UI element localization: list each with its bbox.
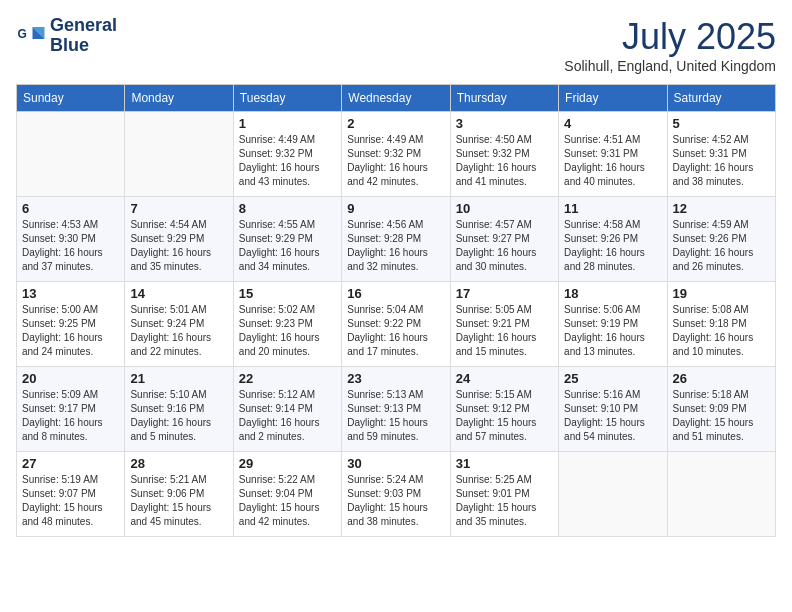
calendar-cell: 3Sunrise: 4:50 AM Sunset: 9:32 PM Daylig… — [450, 112, 558, 197]
day-number: 5 — [673, 116, 770, 131]
day-number: 12 — [673, 201, 770, 216]
day-number: 8 — [239, 201, 336, 216]
logo-text: General Blue — [50, 16, 117, 56]
calendar-cell — [17, 112, 125, 197]
day-info: Sunrise: 4:52 AM Sunset: 9:31 PM Dayligh… — [673, 133, 770, 189]
day-info: Sunrise: 4:58 AM Sunset: 9:26 PM Dayligh… — [564, 218, 661, 274]
day-info: Sunrise: 5:09 AM Sunset: 9:17 PM Dayligh… — [22, 388, 119, 444]
day-number: 15 — [239, 286, 336, 301]
day-info: Sunrise: 4:49 AM Sunset: 9:32 PM Dayligh… — [239, 133, 336, 189]
calendar-cell: 4Sunrise: 4:51 AM Sunset: 9:31 PM Daylig… — [559, 112, 667, 197]
page-header: G General Blue July 2025 Solihull, Engla… — [16, 16, 776, 74]
calendar-cell: 27Sunrise: 5:19 AM Sunset: 9:07 PM Dayli… — [17, 452, 125, 537]
calendar-cell: 22Sunrise: 5:12 AM Sunset: 9:14 PM Dayli… — [233, 367, 341, 452]
day-info: Sunrise: 4:54 AM Sunset: 9:29 PM Dayligh… — [130, 218, 227, 274]
day-info: Sunrise: 5:19 AM Sunset: 9:07 PM Dayligh… — [22, 473, 119, 529]
day-of-week-header: Tuesday — [233, 85, 341, 112]
title-block: July 2025 Solihull, England, United King… — [564, 16, 776, 74]
day-number: 19 — [673, 286, 770, 301]
day-info: Sunrise: 4:55 AM Sunset: 9:29 PM Dayligh… — [239, 218, 336, 274]
day-number: 7 — [130, 201, 227, 216]
day-info: Sunrise: 4:59 AM Sunset: 9:26 PM Dayligh… — [673, 218, 770, 274]
calendar-cell: 31Sunrise: 5:25 AM Sunset: 9:01 PM Dayli… — [450, 452, 558, 537]
day-info: Sunrise: 4:57 AM Sunset: 9:27 PM Dayligh… — [456, 218, 553, 274]
day-number: 3 — [456, 116, 553, 131]
calendar-cell: 25Sunrise: 5:16 AM Sunset: 9:10 PM Dayli… — [559, 367, 667, 452]
calendar-header-row: SundayMondayTuesdayWednesdayThursdayFrid… — [17, 85, 776, 112]
day-number: 2 — [347, 116, 444, 131]
day-number: 4 — [564, 116, 661, 131]
calendar-cell: 10Sunrise: 4:57 AM Sunset: 9:27 PM Dayli… — [450, 197, 558, 282]
calendar-cell: 12Sunrise: 4:59 AM Sunset: 9:26 PM Dayli… — [667, 197, 775, 282]
day-info: Sunrise: 4:53 AM Sunset: 9:30 PM Dayligh… — [22, 218, 119, 274]
calendar-cell: 2Sunrise: 4:49 AM Sunset: 9:32 PM Daylig… — [342, 112, 450, 197]
day-number: 26 — [673, 371, 770, 386]
calendar-week-row: 6Sunrise: 4:53 AM Sunset: 9:30 PM Daylig… — [17, 197, 776, 282]
calendar-cell: 5Sunrise: 4:52 AM Sunset: 9:31 PM Daylig… — [667, 112, 775, 197]
day-info: Sunrise: 4:50 AM Sunset: 9:32 PM Dayligh… — [456, 133, 553, 189]
day-number: 13 — [22, 286, 119, 301]
calendar-cell: 14Sunrise: 5:01 AM Sunset: 9:24 PM Dayli… — [125, 282, 233, 367]
day-info: Sunrise: 5:15 AM Sunset: 9:12 PM Dayligh… — [456, 388, 553, 444]
day-number: 29 — [239, 456, 336, 471]
calendar-cell: 6Sunrise: 4:53 AM Sunset: 9:30 PM Daylig… — [17, 197, 125, 282]
day-info: Sunrise: 5:25 AM Sunset: 9:01 PM Dayligh… — [456, 473, 553, 529]
day-info: Sunrise: 5:18 AM Sunset: 9:09 PM Dayligh… — [673, 388, 770, 444]
svg-text:G: G — [18, 26, 27, 40]
day-info: Sunrise: 5:13 AM Sunset: 9:13 PM Dayligh… — [347, 388, 444, 444]
calendar-cell: 28Sunrise: 5:21 AM Sunset: 9:06 PM Dayli… — [125, 452, 233, 537]
day-number: 17 — [456, 286, 553, 301]
calendar-cell: 19Sunrise: 5:08 AM Sunset: 9:18 PM Dayli… — [667, 282, 775, 367]
day-info: Sunrise: 5:05 AM Sunset: 9:21 PM Dayligh… — [456, 303, 553, 359]
day-number: 28 — [130, 456, 227, 471]
day-info: Sunrise: 4:56 AM Sunset: 9:28 PM Dayligh… — [347, 218, 444, 274]
day-of-week-header: Friday — [559, 85, 667, 112]
calendar-week-row: 27Sunrise: 5:19 AM Sunset: 9:07 PM Dayli… — [17, 452, 776, 537]
day-number: 22 — [239, 371, 336, 386]
calendar-cell — [125, 112, 233, 197]
day-number: 18 — [564, 286, 661, 301]
calendar-week-row: 13Sunrise: 5:00 AM Sunset: 9:25 PM Dayli… — [17, 282, 776, 367]
calendar-cell: 1Sunrise: 4:49 AM Sunset: 9:32 PM Daylig… — [233, 112, 341, 197]
calendar-cell — [667, 452, 775, 537]
day-info: Sunrise: 5:08 AM Sunset: 9:18 PM Dayligh… — [673, 303, 770, 359]
calendar-cell: 21Sunrise: 5:10 AM Sunset: 9:16 PM Dayli… — [125, 367, 233, 452]
day-of-week-header: Wednesday — [342, 85, 450, 112]
day-number: 23 — [347, 371, 444, 386]
calendar-cell: 11Sunrise: 4:58 AM Sunset: 9:26 PM Dayli… — [559, 197, 667, 282]
day-of-week-header: Sunday — [17, 85, 125, 112]
logo-icon: G — [16, 21, 46, 51]
calendar-cell: 24Sunrise: 5:15 AM Sunset: 9:12 PM Dayli… — [450, 367, 558, 452]
calendar-cell: 20Sunrise: 5:09 AM Sunset: 9:17 PM Dayli… — [17, 367, 125, 452]
day-number: 24 — [456, 371, 553, 386]
day-number: 14 — [130, 286, 227, 301]
calendar-cell: 29Sunrise: 5:22 AM Sunset: 9:04 PM Dayli… — [233, 452, 341, 537]
calendar-cell: 18Sunrise: 5:06 AM Sunset: 9:19 PM Dayli… — [559, 282, 667, 367]
calendar-cell: 26Sunrise: 5:18 AM Sunset: 9:09 PM Dayli… — [667, 367, 775, 452]
day-info: Sunrise: 5:12 AM Sunset: 9:14 PM Dayligh… — [239, 388, 336, 444]
day-info: Sunrise: 5:16 AM Sunset: 9:10 PM Dayligh… — [564, 388, 661, 444]
calendar-table: SundayMondayTuesdayWednesdayThursdayFrid… — [16, 84, 776, 537]
month-title: July 2025 — [564, 16, 776, 58]
day-of-week-header: Saturday — [667, 85, 775, 112]
day-info: Sunrise: 5:02 AM Sunset: 9:23 PM Dayligh… — [239, 303, 336, 359]
day-number: 30 — [347, 456, 444, 471]
day-number: 1 — [239, 116, 336, 131]
day-number: 21 — [130, 371, 227, 386]
day-number: 27 — [22, 456, 119, 471]
calendar-cell: 16Sunrise: 5:04 AM Sunset: 9:22 PM Dayli… — [342, 282, 450, 367]
calendar-cell: 30Sunrise: 5:24 AM Sunset: 9:03 PM Dayli… — [342, 452, 450, 537]
day-info: Sunrise: 5:21 AM Sunset: 9:06 PM Dayligh… — [130, 473, 227, 529]
day-number: 31 — [456, 456, 553, 471]
calendar-cell — [559, 452, 667, 537]
calendar-cell: 17Sunrise: 5:05 AM Sunset: 9:21 PM Dayli… — [450, 282, 558, 367]
calendar-week-row: 20Sunrise: 5:09 AM Sunset: 9:17 PM Dayli… — [17, 367, 776, 452]
day-number: 11 — [564, 201, 661, 216]
day-info: Sunrise: 5:22 AM Sunset: 9:04 PM Dayligh… — [239, 473, 336, 529]
calendar-cell: 9Sunrise: 4:56 AM Sunset: 9:28 PM Daylig… — [342, 197, 450, 282]
calendar-cell: 15Sunrise: 5:02 AM Sunset: 9:23 PM Dayli… — [233, 282, 341, 367]
day-info: Sunrise: 5:01 AM Sunset: 9:24 PM Dayligh… — [130, 303, 227, 359]
day-number: 25 — [564, 371, 661, 386]
calendar-cell: 23Sunrise: 5:13 AM Sunset: 9:13 PM Dayli… — [342, 367, 450, 452]
day-number: 20 — [22, 371, 119, 386]
